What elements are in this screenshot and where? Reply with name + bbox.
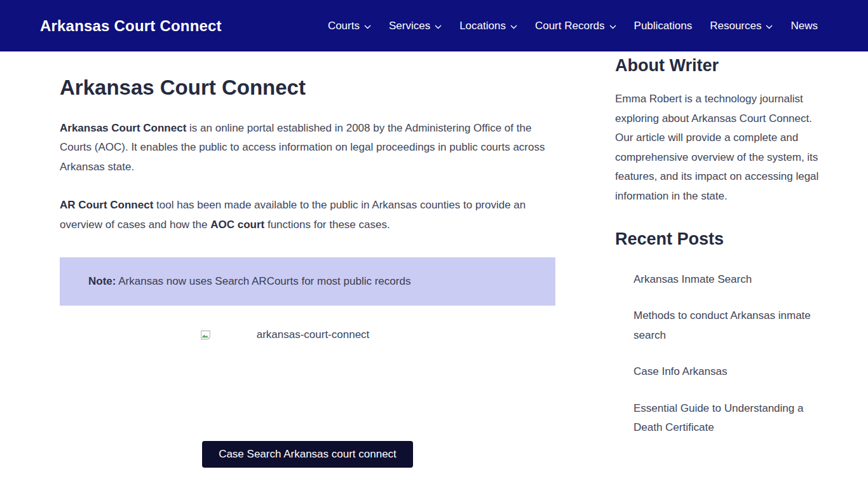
recent-posts-heading: Recent Posts bbox=[615, 229, 827, 249]
chevron-down-icon bbox=[435, 25, 442, 29]
case-search-button[interactable]: Case Search Arkansas court connect bbox=[202, 441, 413, 468]
nav-item-publications[interactable]: Publications bbox=[634, 20, 693, 32]
list-item: Essential Guide to Understanding a Death… bbox=[634, 399, 827, 438]
chevron-down-icon bbox=[510, 25, 517, 29]
button-row: Case Search Arkansas court connect bbox=[60, 441, 555, 468]
nav-item-label: Court Records bbox=[535, 20, 605, 32]
recent-posts-list: Arkansas Inmate Search Methods to conduc… bbox=[615, 270, 827, 438]
broken-image-icon bbox=[200, 330, 211, 341]
second-paragraph: AR Court Connect tool has been made avai… bbox=[60, 196, 555, 234]
nav-item-label: Publications bbox=[634, 20, 693, 32]
about-writer-text: Emma Robert is a technology journalist e… bbox=[615, 90, 827, 206]
list-item: Methods to conduct Arkansas inmate searc… bbox=[634, 306, 827, 345]
list-item: Case Info Arkansas bbox=[634, 362, 827, 382]
main-nav: Courts Services Locations Court Records … bbox=[328, 20, 818, 32]
chevron-down-icon bbox=[609, 25, 616, 29]
list-item: Arkansas Inmate Search bbox=[634, 270, 827, 290]
nav-item-label: Locations bbox=[459, 20, 506, 32]
intro-paragraph-bold: Arkansas Court Connect bbox=[60, 122, 186, 134]
intro-paragraph: Arkansas Court Connect is an online port… bbox=[60, 119, 555, 177]
article: Arkansas Court Connect Arkansas Court Co… bbox=[60, 51, 555, 468]
nav-item-court-records[interactable]: Court Records bbox=[535, 20, 616, 32]
note-label: Note: bbox=[88, 275, 116, 287]
recent-post-link-methods-inmate-search[interactable]: Methods to conduct Arkansas inmate searc… bbox=[634, 309, 811, 341]
nav-item-label: Services bbox=[389, 20, 430, 32]
nav-item-locations[interactable]: Locations bbox=[459, 20, 517, 32]
broken-image-row: arkansas-court-connect bbox=[200, 329, 415, 341]
sidebar: About Writer Emma Robert is a technology… bbox=[615, 51, 827, 438]
nav-item-label: Resources bbox=[710, 20, 761, 32]
nav-item-services[interactable]: Services bbox=[389, 20, 442, 32]
image-alt-text: arkansas-court-connect bbox=[211, 329, 415, 341]
second-paragraph-bold-lead: AR Court Connect bbox=[60, 199, 153, 211]
page-body: Arkansas Court Connect Arkansas Court Co… bbox=[0, 51, 868, 468]
note-box: Note: Arkansas now uses Search ARCourts … bbox=[60, 257, 555, 306]
nav-item-resources[interactable]: Resources bbox=[710, 20, 773, 32]
site-header: Arkansas Court Connect Courts Services L… bbox=[0, 0, 868, 51]
page-title: Arkansas Court Connect bbox=[60, 76, 555, 100]
nav-item-label: News bbox=[790, 20, 818, 32]
nav-item-courts[interactable]: Courts bbox=[328, 20, 371, 32]
about-writer-heading: About Writer bbox=[615, 55, 827, 76]
recent-post-link-inmate-search[interactable]: Arkansas Inmate Search bbox=[634, 273, 752, 285]
site-title[interactable]: Arkansas Court Connect bbox=[40, 17, 222, 35]
article-image: arkansas-court-connect bbox=[200, 321, 415, 433]
nav-item-news[interactable]: News bbox=[790, 20, 818, 32]
nav-item-label: Courts bbox=[328, 20, 360, 32]
second-paragraph-bold-mid: AOC court bbox=[210, 219, 264, 231]
note-text: Arkansas now uses Search ARCourts for mo… bbox=[116, 275, 410, 287]
chevron-down-icon bbox=[364, 25, 371, 29]
chevron-down-icon bbox=[766, 25, 773, 29]
recent-post-link-case-info[interactable]: Case Info Arkansas bbox=[634, 365, 727, 377]
recent-post-link-death-certificate[interactable]: Essential Guide to Understanding a Death… bbox=[634, 402, 803, 434]
second-paragraph-tail: functions for these cases. bbox=[264, 219, 390, 231]
